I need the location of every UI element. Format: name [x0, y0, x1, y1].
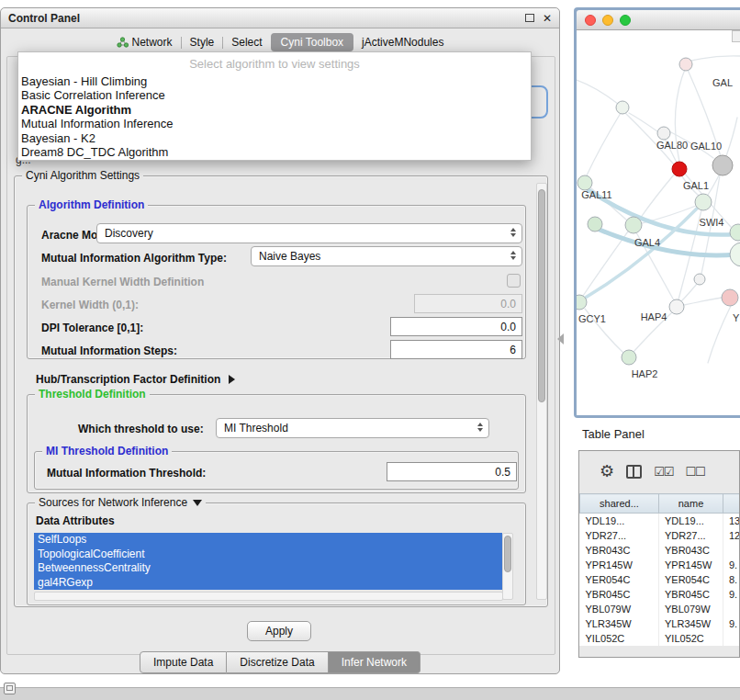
bottom-tab-infer-network[interactable]: Infer Network — [329, 651, 420, 673]
table-cell[interactable]: 9. — [723, 587, 740, 602]
tab-cyni-toolbox[interactable]: Cyni Toolbox — [271, 33, 353, 51]
table-cell[interactable]: YPR145W — [659, 558, 723, 572]
table-cell[interactable]: YBR045C — [580, 587, 659, 602]
apply-button[interactable]: Apply — [247, 621, 311, 641]
table-row[interactable]: YPR145WYPR145W9. — [580, 558, 740, 572]
table-cell[interactable]: 8. — [723, 572, 740, 587]
data-attribute-item[interactable]: SelfLoops — [34, 533, 502, 548]
aracne-mode-combobox[interactable]: Discovery — [96, 223, 522, 243]
algorithm-option[interactable]: Dream8 DC_TDC Algorithm — [18, 145, 531, 159]
network-node[interactable] — [694, 274, 705, 285]
tab-network[interactable]: Network — [108, 33, 181, 51]
bottom-tab-discretize-data[interactable]: Discretize Data — [227, 651, 328, 673]
mi-type-combobox[interactable]: Naive Bayes — [251, 246, 522, 266]
table-cell[interactable]: YDR27... — [659, 528, 723, 543]
scrollbar-thumb[interactable] — [538, 189, 545, 402]
table-row[interactable]: YLR345WYLR345W9. — [580, 616, 740, 631]
column-header[interactable] — [723, 494, 740, 514]
mi-threshold-field[interactable]: 0.5 — [387, 462, 517, 481]
table-cell[interactable] — [723, 543, 740, 558]
algorithm-option[interactable]: Basic Correlation Inference — [18, 88, 531, 102]
table-cell[interactable]: YER054C — [580, 572, 659, 587]
network-node[interactable] — [657, 127, 670, 140]
tab-style[interactable]: Style — [182, 33, 223, 51]
close-icon[interactable]: ✕ — [543, 13, 552, 24]
network-node[interactable] — [672, 162, 687, 176]
kernel-width-field[interactable]: 0.0 — [414, 294, 522, 313]
algorithm-option[interactable]: Bayesian - Hill Climbing — [18, 74, 531, 88]
network-node[interactable] — [695, 194, 712, 210]
zoom-traffic-light-icon[interactable] — [620, 15, 631, 26]
table-cell[interactable]: YDL19... — [659, 514, 723, 529]
table-cell[interactable]: YBL079W — [659, 602, 723, 616]
scrollbar-thumb[interactable] — [504, 536, 511, 572]
table-cell[interactable]: YLR345W — [659, 616, 723, 631]
table-cell[interactable]: 9. — [723, 616, 740, 631]
tab-select[interactable]: Select — [223, 33, 270, 51]
table-row[interactable]: YDL19...YDL19...13 — [580, 514, 740, 529]
float-window-icon[interactable] — [525, 14, 534, 22]
network-node[interactable] — [679, 58, 692, 71]
network-node[interactable] — [622, 350, 636, 365]
table-cell[interactable]: 13 — [723, 514, 740, 529]
table-cell[interactable]: YBL079W — [580, 602, 659, 616]
network-node[interactable] — [669, 299, 684, 314]
attributes-vertical-scrollbar[interactable] — [502, 533, 513, 600]
select-columns-icon[interactable]: ☑☑ — [654, 466, 673, 478]
data-attribute-item[interactable]: gal4RGexp — [34, 576, 502, 591]
table-row[interactable]: YIL052CYIL052C — [580, 631, 740, 646]
table-cell[interactable]: YBR045C — [659, 587, 723, 602]
algorithm-option[interactable]: Bayesian - K2 — [18, 131, 531, 145]
network-node[interactable] — [588, 217, 602, 231]
table-cell[interactable]: YER054C — [659, 572, 723, 587]
control-panel-titlebar[interactable]: Control Panel ✕ — [1, 8, 559, 28]
network-node[interactable] — [722, 289, 738, 306]
table-cell[interactable]: YBR043C — [580, 543, 659, 558]
table-row[interactable]: YBL079WYBL079W — [580, 602, 740, 616]
network-scrollbar-stub[interactable] — [732, 30, 740, 42]
table-row[interactable]: YDR27...YDR27...12 — [580, 528, 740, 543]
table-cell[interactable]: 12 — [723, 528, 740, 543]
table-row[interactable]: YBR043CYBR043C — [580, 543, 740, 558]
network-node[interactable] — [730, 243, 740, 266]
expand-arrow-icon[interactable] — [229, 375, 235, 384]
network-node[interactable] — [577, 175, 592, 190]
network-node[interactable] — [712, 155, 733, 175]
network-node[interactable] — [625, 217, 642, 233]
collapse-arrow-icon[interactable] — [193, 500, 202, 506]
manual-kernel-checkbox[interactable] — [507, 274, 521, 288]
column-header[interactable]: name — [659, 494, 723, 514]
bottom-tab-impute-data[interactable]: Impute Data — [140, 651, 227, 673]
minimize-traffic-light-icon[interactable] — [602, 15, 613, 26]
table-cell[interactable]: YIL052C — [659, 631, 723, 646]
table-cell[interactable]: YDL19... — [580, 514, 659, 529]
data-attribute-item[interactable]: TopologicalCoefficient — [34, 548, 502, 562]
data-attribute-item[interactable]: BetweennessCentrality — [34, 561, 502, 576]
settings-vertical-scrollbar[interactable] — [536, 183, 547, 600]
deselect-columns-icon[interactable]: ☐☐ — [685, 466, 704, 478]
columns-icon[interactable] — [626, 465, 642, 479]
minimized-window-icon[interactable] — [4, 683, 16, 694]
table-row[interactable]: YER054CYER054C8. — [580, 572, 740, 587]
algorithm-option[interactable]: ARACNE Algorithm — [18, 103, 531, 117]
table-cell[interactable]: YLR345W — [580, 616, 659, 631]
close-traffic-light-icon[interactable] — [585, 15, 596, 26]
network-node[interactable] — [577, 295, 587, 310]
table-cell[interactable]: 9. — [723, 558, 740, 572]
network-canvas[interactable]: GALGAL80GAL10GAL11GAL1SWI4GAL4GCY1HAP4YH… — [577, 30, 740, 415]
gear-icon[interactable]: ⚙ — [600, 463, 614, 480]
table-cell[interactable] — [723, 631, 740, 646]
network-window-titlebar[interactable] — [577, 10, 740, 30]
network-node[interactable] — [730, 224, 740, 241]
hub-definition-toggle[interactable]: Hub/Transcription Factor Definition — [36, 373, 235, 386]
algorithm-option[interactable]: Mutual Information Inference — [18, 117, 531, 130]
mi-steps-field[interactable]: 6 — [390, 340, 522, 359]
network-node[interactable] — [616, 101, 629, 114]
column-header[interactable]: shared... — [580, 494, 659, 514]
which-threshold-combobox[interactable]: MI Threshold — [216, 418, 489, 438]
dpi-tolerance-field[interactable]: 0.0 — [390, 317, 522, 336]
table-cell[interactable]: YDR27... — [580, 528, 659, 543]
tab-jactivemnodules[interactable]: jActiveMNodules — [353, 33, 452, 51]
attributes-horizontal-scrollbar[interactable] — [34, 592, 503, 601]
table-row[interactable]: YBR045CYBR045C9. — [580, 587, 740, 602]
